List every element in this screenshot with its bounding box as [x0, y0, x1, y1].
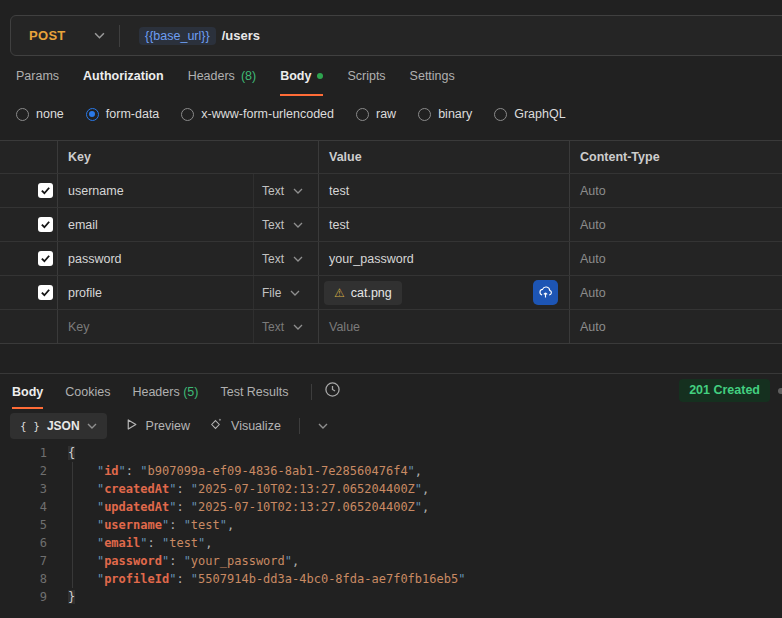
- content-type-cell[interactable]: Auto: [569, 242, 782, 275]
- radio-icon: [418, 108, 431, 121]
- value-input[interactable]: your_password: [318, 242, 569, 275]
- chevron-down-icon: [87, 423, 97, 429]
- type-dropdown[interactable]: File: [253, 276, 318, 309]
- indent-guide: [72, 462, 73, 588]
- table-header-row: Key Value Content-Type: [0, 141, 782, 173]
- file-name: cat.png: [351, 286, 392, 300]
- radio-icon: [181, 108, 194, 121]
- code-line: 8 "profileId": "5507914b-dd3a-4bc0-8fda-…: [0, 570, 782, 588]
- response-body-json: 1{2 "id": "b907099a-ef09-4836-8ab1-7e285…: [0, 444, 782, 606]
- body-mode-selector: none form-data x-www-form-urlencoded raw…: [16, 107, 566, 121]
- radio-x-www-form-urlencoded[interactable]: x-www-form-urlencoded: [181, 107, 334, 121]
- row-checkbox-checked[interactable]: [38, 183, 53, 198]
- response-tab-test-results[interactable]: Test Results: [220, 375, 288, 409]
- tab-body[interactable]: Body: [280, 69, 323, 96]
- tab-settings[interactable]: Settings: [410, 69, 455, 96]
- content-type-cell[interactable]: Auto: [569, 208, 782, 241]
- tab-scripts[interactable]: Scripts: [347, 69, 385, 96]
- more-formats-button[interactable]: [318, 423, 328, 429]
- format-selector[interactable]: { } JSON: [10, 413, 107, 439]
- toolbar-divider: [299, 418, 300, 434]
- content-type-cell[interactable]: Auto: [569, 276, 782, 309]
- radio-raw[interactable]: raw: [356, 107, 396, 121]
- request-url-bar: POST {{base_url}} /users: [10, 15, 782, 56]
- radio-none[interactable]: none: [16, 107, 64, 121]
- content-type-cell[interactable]: Auto: [569, 310, 782, 343]
- line-number: 9: [0, 588, 47, 606]
- form-data-table: Key Value Content-Type usernameTexttestA…: [0, 140, 782, 344]
- checkbox-cell: [0, 208, 57, 241]
- code-line: 9}: [0, 588, 782, 606]
- key-input[interactable]: password: [57, 242, 253, 275]
- response-headers-count-badge: (5): [183, 385, 198, 399]
- line-number: 5: [0, 516, 47, 534]
- content-type-cell[interactable]: Auto: [569, 174, 782, 207]
- chevron-down-icon: [290, 290, 300, 296]
- row-checkbox-checked[interactable]: [38, 251, 53, 266]
- value-input[interactable]: ⚠cat.png: [318, 276, 569, 309]
- response-tab-cookies[interactable]: Cookies: [65, 375, 110, 409]
- url-path: /users: [222, 28, 260, 43]
- value-input[interactable]: test: [318, 174, 569, 207]
- table-row: emailTexttestAuto: [0, 207, 782, 241]
- chevron-down-icon: [293, 188, 303, 194]
- method-label: POST: [29, 28, 66, 43]
- type-dropdown[interactable]: Text: [253, 208, 318, 241]
- code-line: 1{: [0, 444, 782, 462]
- tab-params[interactable]: Params: [16, 69, 59, 96]
- selected-file-chip[interactable]: ⚠cat.png: [324, 281, 402, 305]
- value-input[interactable]: test: [318, 208, 569, 241]
- tab-authorization[interactable]: Authorization: [83, 69, 164, 96]
- env-variable-token: {{base_url}}: [139, 27, 216, 45]
- type-label: File: [262, 286, 281, 300]
- radio-selected-icon: [86, 108, 99, 121]
- row-checkbox-checked[interactable]: [38, 285, 53, 300]
- radio-binary[interactable]: binary: [418, 107, 472, 121]
- response-tab-headers[interactable]: Headers (5): [132, 375, 198, 409]
- table-row: profileFile⚠cat.pngAuto: [0, 275, 782, 309]
- chevron-down-icon: [318, 423, 328, 429]
- line-content: "password": "your_password",: [47, 552, 299, 570]
- tab-headers[interactable]: Headers (8): [188, 69, 257, 96]
- key-input-placeholder[interactable]: Key: [57, 310, 253, 343]
- key-input[interactable]: username: [57, 174, 253, 207]
- request-tabs: Params Authorization Headers (8) Body Sc…: [16, 69, 455, 96]
- type-dropdown[interactable]: Text: [253, 174, 318, 207]
- play-icon: [125, 418, 138, 434]
- warning-icon: ⚠: [334, 287, 345, 299]
- visualize-button[interactable]: Visualize: [208, 417, 281, 435]
- table-row: passwordTextyour_passwordAuto: [0, 241, 782, 275]
- chevron-down-icon: [293, 256, 303, 262]
- url-input[interactable]: {{base_url}} /users: [139, 27, 782, 45]
- checkbox-cell: [0, 174, 57, 207]
- braces-icon: { }: [20, 420, 40, 433]
- header-content-type: Content-Type: [569, 141, 782, 173]
- type-dropdown[interactable]: Text: [253, 242, 318, 275]
- history-button[interactable]: [324, 381, 341, 402]
- line-number: 1: [0, 444, 47, 462]
- preview-button[interactable]: Preview: [125, 418, 190, 434]
- header-value: Value: [318, 141, 569, 173]
- response-tab-body[interactable]: Body: [12, 375, 43, 409]
- key-input[interactable]: email: [57, 208, 253, 241]
- line-content: {: [47, 444, 75, 462]
- url-bar-divider: [119, 25, 120, 47]
- format-label: JSON: [47, 419, 80, 433]
- upload-file-button[interactable]: [533, 280, 558, 305]
- method-selector[interactable]: POST: [11, 28, 119, 43]
- chevron-down-icon: [293, 324, 303, 330]
- value-input-placeholder[interactable]: Value: [318, 310, 569, 343]
- code-line: 3 "createdAt": "2025-07-10T02:13:27.0652…: [0, 480, 782, 498]
- radio-form-data[interactable]: form-data: [86, 107, 160, 121]
- line-number: 6: [0, 534, 47, 552]
- type-label: Text: [262, 252, 284, 266]
- type-dropdown[interactable]: Text: [253, 310, 318, 343]
- header-key: Key: [57, 141, 318, 173]
- code-line: 5 "username": "test",: [0, 516, 782, 534]
- key-input[interactable]: profile: [57, 276, 253, 309]
- row-checkbox-checked[interactable]: [38, 217, 53, 232]
- code-line: 4 "updatedAt": "2025-07-10T02:13:27.0652…: [0, 498, 782, 516]
- radio-graphql[interactable]: GraphQL: [494, 107, 565, 121]
- chevron-down-icon: [94, 32, 105, 39]
- table-row: usernameTexttestAuto: [0, 173, 782, 207]
